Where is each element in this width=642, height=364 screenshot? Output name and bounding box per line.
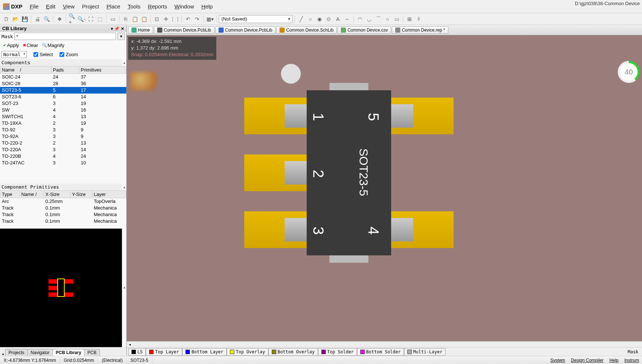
left-tab[interactable]: Navigator [27, 349, 53, 356]
layer-tab[interactable]: Top Layer [146, 348, 182, 356]
menu-window[interactable]: Window [174, 3, 194, 10]
column-header[interactable]: Name / [0, 66, 51, 74]
layers-icon[interactable]: ❖ [55, 15, 64, 23]
table-row[interactable]: Arc0.25mmTopOverla [0, 198, 126, 205]
column-header[interactable]: Layer [92, 191, 126, 198]
grid-icon[interactable]: ▦▾ [206, 15, 214, 23]
table-row[interactable]: SOIC-242437 [0, 74, 126, 80]
table-row[interactable]: TO-9239 [0, 127, 126, 133]
table-row[interactable]: TO-220A314 [0, 146, 126, 153]
zoom-checkbox[interactable]: Zoom [59, 52, 78, 57]
horizontal-scrollbar[interactable]: ◂ [127, 341, 642, 347]
mask-input[interactable] [14, 33, 116, 40]
status-link[interactable]: Instrum [621, 358, 642, 363]
table-row[interactable]: TO-220-2213 [0, 140, 126, 146]
menu-view[interactable]: View [63, 3, 75, 10]
normal-combo[interactable]: Normal [1, 51, 27, 58]
select-checkbox[interactable]: Select [33, 52, 53, 57]
document-tab[interactable]: Home [128, 26, 153, 34]
table-row[interactable]: SOT-23319 [0, 100, 126, 107]
open-icon[interactable]: 📂 [11, 15, 19, 23]
dropdown-icon[interactable]: ▾ [111, 26, 113, 31]
dxp-logo[interactable]: DXP [3, 3, 22, 10]
text-icon[interactable]: A [334, 15, 342, 23]
table-row[interactable]: TO-92A39 [0, 133, 126, 140]
table-row[interactable]: SOT23-6614 [0, 94, 126, 100]
arc4-icon[interactable]: ○ [383, 15, 392, 23]
collapse-arrow-up-3[interactable]: ▴ [122, 227, 126, 347]
table-row[interactable]: TO-220B424 [0, 153, 126, 160]
table-row[interactable]: TO-247AC310 [0, 160, 126, 166]
document-tab[interactable]: Common Device.PcbLib [215, 26, 276, 34]
status-link[interactable]: Help [606, 358, 621, 363]
layer-tab[interactable]: Bottom Solder [357, 348, 404, 356]
left-tab[interactable]: PCB [84, 349, 100, 356]
menu-tools[interactable]: Tools [127, 3, 140, 10]
column-header[interactable]: Type [0, 191, 20, 198]
table-row[interactable]: SOIC-282836 [0, 80, 126, 87]
menu-edit[interactable]: Edit [46, 3, 55, 10]
new-icon[interactable]: 🗋 [2, 15, 10, 23]
collapse-arrow-up[interactable]: ▴ [122, 59, 126, 66]
gauge-indicator[interactable]: 40 [618, 61, 640, 83]
zoom-in-icon[interactable]: 🔍+ [68, 15, 76, 23]
mask-dropdown[interactable]: ▾ [118, 33, 125, 40]
via-icon[interactable]: ⊙ [325, 15, 333, 23]
redo-icon[interactable]: ↷ [193, 15, 201, 23]
magnify-button[interactable]: 🔍Magnify [40, 42, 66, 49]
document-tab[interactable]: Common Device.PcbLib [154, 26, 214, 34]
circle-icon[interactable]: ○ [306, 15, 314, 23]
copy-icon[interactable]: ⎘ [122, 15, 130, 23]
menu-reports[interactable]: Reports [148, 3, 167, 10]
table-row[interactable]: Track0.1mmMechanica [0, 205, 126, 211]
menu-file[interactable]: File [30, 3, 39, 10]
column-header[interactable]: Name / [19, 191, 44, 198]
table-row[interactable]: SW416 [0, 107, 126, 113]
arc1-icon[interactable]: ◠ [356, 15, 364, 23]
left-tab[interactable]: Projects [5, 349, 28, 356]
left-tab[interactable]: PCB Library [53, 349, 84, 356]
layer-tab[interactable]: Top Overlay [227, 348, 268, 356]
preview-icon[interactable]: 🔍 [43, 15, 51, 23]
close-icon[interactable]: ✕ [121, 26, 124, 31]
arc3-icon[interactable]: ⌒ [374, 15, 382, 23]
document-tab[interactable]: Common Device.SchLib [276, 26, 337, 34]
clear-button[interactable]: ✖Clear [21, 42, 40, 49]
align-icon[interactable]: ⊡ [153, 15, 161, 23]
pin-icon[interactable]: 📌 [114, 26, 119, 31]
table-row[interactable]: TD-19XA219 [0, 120, 126, 127]
column-header[interactable]: Pads [51, 66, 79, 74]
layer-tab[interactable]: Bottom Overlay [268, 348, 318, 356]
layer-tab[interactable]: Multi-Layer [404, 348, 446, 356]
apply-button[interactable]: ✔Apply [1, 42, 21, 49]
dim-icon[interactable]: ↔ [343, 15, 351, 23]
menu-project[interactable]: Project [82, 3, 99, 10]
status-link[interactable]: System [548, 358, 568, 363]
table-row[interactable]: SOT23-5517 [0, 87, 126, 94]
table-row[interactable]: SWITCH1413 [0, 113, 126, 120]
status-link[interactable]: Design Compiler [568, 358, 607, 363]
final-icon[interactable]: ⫴ [415, 15, 423, 23]
document-tab[interactable]: Common Device.rep * [392, 26, 448, 34]
saved-combo[interactable]: (Not Saved) [219, 15, 292, 23]
zoom-area-icon[interactable]: ⬚ [96, 15, 104, 23]
print-icon[interactable]: 🖨 [33, 15, 42, 23]
layer-tab[interactable]: LS [128, 348, 146, 356]
cross-icon[interactable]: ✛ [162, 15, 170, 23]
arc2-icon[interactable]: ◡ [365, 15, 373, 23]
column-header[interactable]: X-Size [44, 191, 70, 198]
line-icon[interactable]: ╱ [297, 15, 305, 23]
document-tab[interactable]: Common Device.csv [338, 26, 391, 34]
pad-icon[interactable]: ◉ [315, 15, 324, 23]
rect-icon[interactable]: ▭ [393, 15, 401, 23]
paste-icon[interactable]: 📋 [131, 15, 139, 23]
layer-tab[interactable]: Bottom Layer [182, 348, 227, 356]
menu-place[interactable]: Place [107, 3, 120, 10]
menu-help[interactable]: Help [201, 3, 213, 10]
layer-tab[interactable]: Top Solder [318, 348, 357, 356]
paste2-icon[interactable]: 📋 [140, 15, 148, 23]
table-row[interactable]: Track0.1mmMechanica [0, 211, 126, 218]
misc-icon[interactable]: ⋮⋮ [171, 15, 179, 23]
mask-tab[interactable]: Mask [628, 349, 641, 354]
canvas[interactable]: x: -4.369 dx: -2.591 mm y: 1.372 dy: 2.8… [127, 35, 642, 341]
